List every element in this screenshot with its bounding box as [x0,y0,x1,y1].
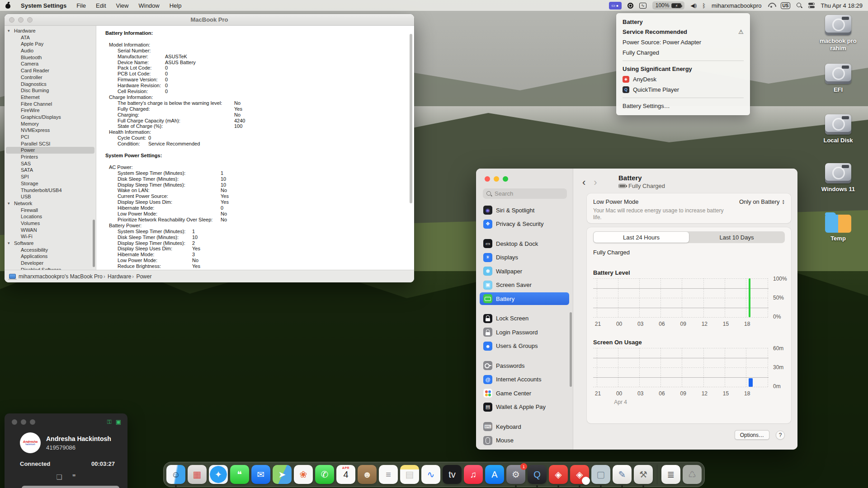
sysinfo-sidebar-item[interactable]: ▾ Network [5,200,96,207]
settings-sidebar-item[interactable]: ◉ Siri & Spotlight [480,204,569,216]
dock-app-icon[interactable]: ▤ [400,465,419,484]
dock-app-icon[interactable]: APR 4 [336,465,355,484]
dock-app-icon[interactable]: ✆ [315,465,334,484]
time-range-tab[interactable]: Last 24 Hours [594,232,689,243]
sidebar-scrollbar[interactable] [93,220,95,267]
hostname-status[interactable]: miharxmacbookpro [712,2,762,9]
sysinfo-sidebar-item[interactable]: ▾ Power [6,147,94,154]
dock-extra-icon[interactable]: ♺ [683,465,702,484]
sysinfo-sidebar-item[interactable]: ▾ SPI [5,174,96,180]
back-button[interactable]: ‹ [582,177,585,188]
low-power-mode-select[interactable]: Only on Battery ▲▼ [739,198,785,205]
chat-icon[interactable]: ❞ [72,473,76,481]
sysinfo-sidebar-item[interactable]: ▾ Thunderbolt/USB4 [5,187,96,194]
dock-app-icon[interactable]: tv [443,465,462,484]
dock-app-icon[interactable]: ▦ [188,465,207,484]
settings-sidebar-item[interactable]: ☀ Displays [480,251,569,264]
dock-app-icon[interactable]: ❀ [294,465,313,484]
content-scrollbar[interactable] [410,34,412,203]
settings-sidebar-item[interactable]: ▣ Screen Saver [480,279,569,291]
settings-sidebar-item[interactable]: @ Internet Accounts [480,373,569,386]
sysinfo-sidebar-item[interactable]: ▾ Wi-Fi [5,233,96,240]
dock-app-icon[interactable]: ❝ [230,465,249,484]
session-select[interactable]: Previous Session ▲▼ [22,486,119,488]
sysinfo-sidebar-item[interactable]: ▾ Card Reader [5,67,96,74]
sysinfo-sidebar-item[interactable]: ▾ Apple Pay [5,41,96,47]
dock-app-icon[interactable]: A [485,465,504,484]
minimize-button[interactable] [494,176,499,182]
screen-recording-stop-icon[interactable] [627,3,633,9]
sysinfo-sidebar-item[interactable]: ▾ SAS [5,160,96,167]
settings-search-field[interactable] [483,188,567,199]
dock-app-icon[interactable]: ▢ [591,465,610,484]
settings-sidebar-item[interactable]: Login Password [480,326,569,338]
sysinfo-sidebar-item[interactable]: ▾ Memory [5,121,96,127]
dock-app-icon[interactable]: ∿ [421,465,440,484]
sysinfo-sidebar-item[interactable]: ▾ Software [5,240,96,247]
desktop-icon[interactable]: Temp [816,212,860,242]
options-button[interactable]: Options… [735,430,769,440]
bluetooth-icon[interactable]: ᛒ [702,2,706,9]
sysinfo-sidebar-item[interactable]: ▾ Storage [5,180,96,187]
dock-app-icon[interactable]: ≡ [379,465,398,484]
sysinfo-sidebar-item[interactable]: ▾ Hardware [5,28,96,34]
close-button[interactable] [9,17,14,23]
settings-sidebar-item[interactable]: Lock Screen [480,312,569,325]
search-input[interactable] [495,190,558,197]
apple-menu-icon[interactable] [5,2,11,9]
menu-item[interactable]: Help [170,2,182,9]
sysinfo-sidebar-item[interactable]: ▾ Parallel SCSI [5,141,96,147]
dock-app-icon[interactable]: ♫ [464,465,483,484]
sysinfo-sidebar-item[interactable]: ▾ Developer [5,260,96,267]
breadcrumb-item[interactable]: miharxmacbookpro's MacBook Pro [19,273,103,280]
sysinfo-sidebar-item[interactable]: ▾ Firewall [5,207,96,214]
dock-app-icon[interactable]: ⚒ [634,465,653,484]
battery-settings-menu-item[interactable]: Battery Settings… [616,101,750,111]
settings-sidebar-item[interactable]: ☻ Users & Groups [480,340,569,352]
input-source-indicator[interactable]: US [781,2,791,9]
dock-app-icon[interactable]: ➤ [273,465,292,484]
minimize-button[interactable] [18,17,24,23]
zoom-button[interactable] [503,176,508,182]
dock-app-icon[interactable]: ☺ [166,465,185,484]
activity-monitor-icon[interactable]: ∿ [639,3,646,9]
minimize-button[interactable] [21,419,26,425]
sysinfo-sidebar-item[interactable]: ▾ FireWire [5,107,96,114]
dock-app-icon[interactable]: ◈ [570,465,589,484]
sysinfo-sidebar-item[interactable]: ▾ Volumes [5,220,96,227]
spotlight-search-icon[interactable] [796,2,802,9]
battery-status-item[interactable]: 100% ⚡ [652,1,685,9]
dock-app-icon[interactable]: ✎ [613,465,632,484]
dock-app-icon[interactable]: Q [528,465,547,484]
sysinfo-sidebar-item[interactable]: ▾ Controller [5,74,96,81]
dock-app-icon[interactable]: ⚙ 1 [506,465,525,484]
sysinfo-sidebar-item[interactable]: ▾ Printers [5,154,96,160]
energy-app-item[interactable]: ◈ AnyDesk [616,74,750,84]
dock-app-icon[interactable]: ☻ [358,465,377,484]
settings-sidebar-item[interactable]: ⌨ Keyboard [480,420,569,433]
menu-item[interactable]: File [76,2,86,9]
screen-sharing-status-icon[interactable]: ▭☻ [609,2,622,9]
sysinfo-sidebar-item[interactable]: ▾ Fibre Channel [5,101,96,108]
sysinfo-sidebar-item[interactable]: ▾ Bluetooth [5,54,96,61]
dock-app-icon[interactable]: ◈ [549,465,568,484]
app-menu-title[interactable]: System Settings [21,2,66,9]
forward-button[interactable]: › [594,177,597,188]
sysinfo-sidebar-item[interactable]: ▾ Applications [5,253,96,260]
menu-item[interactable]: Window [138,2,159,9]
sysinfo-sidebar-item[interactable]: ▾ Camera [5,61,96,67]
settings-sidebar-item[interactable]: ▤ Wallet & Apple Pay [480,401,569,413]
settings-sidebar-item[interactable]: Mouse [480,434,569,447]
settings-sidebar-item[interactable]: Passwords [480,359,569,372]
sysinfo-sidebar-item[interactable]: ▾ ATA [5,34,96,41]
time-range-tab[interactable]: Last 10 Days [689,232,784,243]
menu-item[interactable]: View [116,2,129,9]
settings-sidebar-item[interactable]: Battery [480,292,569,305]
close-button[interactable] [485,176,490,182]
volume-icon[interactable]: ◀)) [690,3,696,9]
settings-sidebar-item[interactable]: ▭ Desktop & Dock [480,237,569,250]
desktop-icon[interactable]: EFI [816,64,860,94]
sysinfo-sidebar-item[interactable]: ▾ WWAN [5,227,96,234]
sysinfo-sidebar-item[interactable]: ▾ Diagnostics [5,81,96,88]
settings-sidebar-item[interactable]: ❖ Privacy & Security [480,218,569,230]
